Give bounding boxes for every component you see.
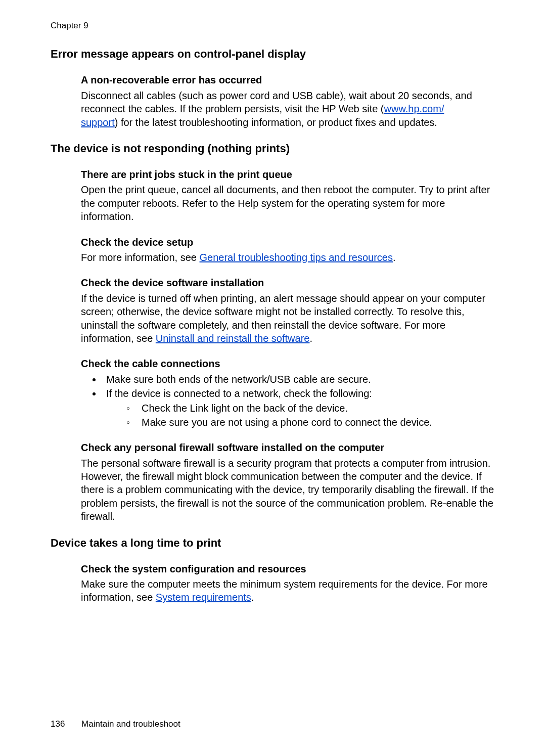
page-container: Chapter 9 Error message appears on contr… — [0, 0, 546, 756]
text: For more information, see — [81, 252, 200, 263]
section-heading-long-time: Device takes a long time to print — [51, 536, 495, 550]
link-general-troubleshooting[interactable]: General troubleshooting tips and resourc… — [200, 252, 393, 263]
paragraph: Make sure the computer meets the minimum… — [81, 577, 495, 604]
paragraph: Disconnect all cables (such as power cor… — [81, 89, 495, 129]
paragraph: For more information, see General troubl… — [81, 251, 495, 264]
section-block: A non-recoverable error has occurred Dis… — [81, 73, 495, 129]
link-uninstall-reinstall[interactable]: Uninstall and reinstall the software — [156, 333, 310, 344]
paragraph: Open the print queue, cancel all documen… — [81, 183, 495, 223]
sub-heading: Check the device setup — [81, 236, 495, 249]
sub-heading: Check the system configuration and resou… — [81, 562, 495, 575]
text: . — [251, 592, 254, 603]
chapter-label: Chapter 9 — [51, 20, 495, 31]
section-block: There are print jobs stuck in the print … — [81, 168, 495, 523]
sub-heading: There are print jobs stuck in the print … — [81, 168, 495, 181]
bullet-list: Make sure both ends of the network/USB c… — [81, 373, 495, 429]
list-item: If the device is connected to a network,… — [102, 387, 495, 429]
list-item: Make sure both ends of the network/USB c… — [102, 373, 495, 386]
sub-heading: Check the device software installation — [81, 276, 495, 289]
footer-title: Maintain and troubleshoot — [81, 719, 180, 729]
sub-heading: Check any personal firewall software ins… — [81, 441, 495, 454]
text: ) for the latest troubleshooting informa… — [115, 117, 437, 128]
list-item: Check the Link light on the back of the … — [126, 402, 495, 415]
text: . — [309, 333, 312, 344]
paragraph: If the device is turned off when printin… — [81, 292, 495, 345]
text: If the device is connected to a network,… — [106, 388, 372, 399]
link-system-requirements[interactable]: System requirements — [156, 592, 251, 603]
paragraph: The personal software firewall is a secu… — [81, 457, 495, 523]
list-item: Make sure you are not using a phone cord… — [126, 416, 495, 429]
section-heading-not-responding: The device is not responding (nothing pr… — [51, 141, 495, 156]
text: Make sure the computer meets the minimum… — [81, 579, 488, 603]
page-footer: 136 Maintain and troubleshoot — [51, 719, 180, 730]
sub-bullet-list: Check the Link light on the back of the … — [106, 402, 495, 429]
section-block: Check the system configuration and resou… — [81, 562, 495, 604]
sub-heading: Check the cable connections — [81, 357, 495, 370]
text: . — [393, 252, 396, 263]
section-heading-error-message: Error message appears on control-panel d… — [51, 47, 495, 61]
page-number: 136 — [51, 719, 65, 730]
sub-heading: A non-recoverable error has occurred — [81, 73, 495, 86]
